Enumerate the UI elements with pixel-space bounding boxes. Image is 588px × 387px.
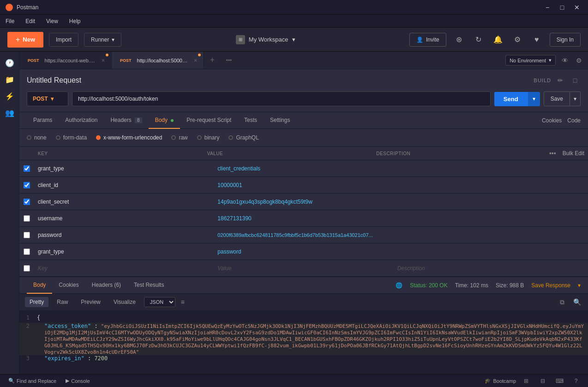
radio-graphql[interactable]: GraphQL: [228, 134, 258, 141]
invite-button[interactable]: 👤 Invite: [409, 33, 446, 47]
row4-key[interactable]: username: [34, 213, 214, 224]
row4-description[interactable]: [394, 217, 573, 220]
find-replace-button[interactable]: 🔍 Find and Replace: [6, 377, 59, 385]
new-button[interactable]: + New: [7, 32, 43, 48]
bell-icon-button[interactable]: 🔔: [492, 33, 504, 46]
save-response-button[interactable]: Save Response: [531, 282, 570, 289]
save-button[interactable]: Save: [544, 91, 570, 106]
row5-checkbox[interactable]: [24, 232, 30, 238]
radio-none[interactable]: none: [27, 134, 47, 141]
env-eye-button[interactable]: 👁: [559, 55, 570, 66]
format-tab-visualize[interactable]: Visualize: [109, 297, 140, 307]
radio-urlencoded[interactable]: x-www-form-urlencoded: [96, 134, 162, 141]
bulk-edit-link[interactable]: Bulk Edit: [563, 150, 584, 157]
placeholder-value[interactable]: Value: [214, 263, 393, 273]
row6-value[interactable]: password: [214, 247, 393, 257]
maximize-button[interactable]: □: [557, 2, 568, 13]
method-selector[interactable]: POST ▾: [27, 91, 68, 106]
row3-key[interactable]: client_secret: [34, 197, 214, 207]
row1-value[interactable]: client_credentials: [214, 163, 393, 174]
signin-button[interactable]: Sign In: [550, 33, 581, 47]
save-dropdown-button[interactable]: ▾: [570, 91, 581, 106]
layout-icon-button-1[interactable]: ⊞: [520, 375, 533, 387]
row1-checkbox[interactable]: [24, 165, 30, 172]
radio-binary[interactable]: binary: [197, 134, 220, 141]
table-more-button[interactable]: •••: [546, 149, 559, 158]
row2-key[interactable]: client_id: [34, 180, 214, 190]
menu-file[interactable]: File: [4, 17, 16, 25]
res-tab-cookies[interactable]: Cookies: [52, 277, 85, 294]
runner-button[interactable]: Runner ▾: [84, 33, 121, 47]
sidebar-item-collections[interactable]: 📁: [2, 72, 17, 87]
req-tab-pre-request[interactable]: Pre-request Script: [180, 112, 238, 129]
tab-0-close[interactable]: ×: [102, 57, 105, 64]
collapse-icon-button[interactable]: □: [570, 75, 581, 86]
row5-description[interactable]: [394, 233, 573, 237]
tab-1-close[interactable]: ×: [194, 57, 197, 64]
minimize-button[interactable]: −: [542, 2, 553, 13]
row1-key[interactable]: grant_type: [34, 163, 214, 174]
menu-edit[interactable]: Edit: [24, 17, 37, 25]
edit-icon-button[interactable]: ✏: [555, 75, 566, 86]
keyboard-icon-button[interactable]: ⌨: [553, 375, 566, 387]
row6-key[interactable]: grant_type: [34, 247, 214, 257]
satellite-icon-button[interactable]: ⊛: [453, 33, 466, 46]
format-tab-preview[interactable]: Preview: [76, 297, 105, 307]
env-dropdown[interactable]: No Environment ▾: [505, 55, 556, 66]
console-button[interactable]: ▶ Console: [63, 377, 92, 385]
copy-json-button[interactable]: ⧉: [557, 296, 568, 308]
row4-checkbox[interactable]: [24, 215, 30, 222]
url-input[interactable]: [72, 91, 491, 106]
row6-checkbox[interactable]: [24, 248, 30, 255]
search-json-button[interactable]: 🔍: [571, 296, 582, 308]
row2-checkbox[interactable]: [24, 182, 30, 188]
req-tab-settings[interactable]: Settings: [264, 112, 296, 129]
send-button[interactable]: Send: [494, 92, 528, 106]
send-dropdown-button[interactable]: ▾: [528, 92, 540, 106]
placeholder-key[interactable]: Key: [34, 263, 214, 273]
row3-value[interactable]: 14p9ao1gxu4q3sp8ogk8bq4gkct59t9w: [214, 197, 393, 207]
req-tab-body[interactable]: Body: [149, 112, 180, 129]
row4-value[interactable]: 18627131390: [214, 213, 393, 224]
import-button[interactable]: Import: [49, 33, 78, 47]
tab-add-button[interactable]: +: [204, 52, 221, 69]
req-tab-headers[interactable]: Headers 8: [104, 112, 148, 129]
env-settings-button[interactable]: ⚙: [573, 55, 584, 66]
row6-description[interactable]: [394, 250, 573, 254]
heart-icon-button[interactable]: ♥: [530, 33, 543, 46]
row3-description[interactable]: [394, 200, 573, 204]
bootcamp-button[interactable]: 🎓 Bootcamp: [485, 378, 516, 384]
tab-0[interactable]: POST https://account-web.suuyuu.c... ×: [19, 52, 112, 69]
placeholder-checkbox[interactable]: [24, 265, 30, 272]
cookies-link[interactable]: Cookies: [542, 117, 562, 124]
res-tab-body[interactable]: Body: [27, 277, 52, 294]
res-tab-headers[interactable]: Headers (6): [85, 277, 127, 294]
sidebar-item-team[interactable]: 👥: [2, 105, 17, 120]
settings-icon-button[interactable]: ⚙: [511, 33, 524, 46]
menu-help[interactable]: Help: [67, 17, 83, 25]
radio-raw[interactable]: raw: [171, 134, 187, 141]
row5-key[interactable]: password: [34, 230, 214, 240]
menu-view[interactable]: View: [44, 17, 60, 25]
json-sort-icon[interactable]: ≡: [181, 298, 185, 306]
format-tab-pretty[interactable]: Pretty: [25, 297, 48, 307]
row3-checkbox[interactable]: [24, 199, 30, 205]
close-button[interactable]: ✕: [571, 2, 582, 13]
tab-more-button[interactable]: •••: [221, 52, 237, 69]
layout-icon-button-2[interactable]: ⊟: [536, 375, 549, 387]
row1-description[interactable]: [394, 167, 573, 170]
json-format-selector[interactable]: JSON: [144, 297, 175, 307]
radio-form-data[interactable]: form-data: [56, 134, 87, 141]
tab-1[interactable]: POST http://localhost:5000/oauth/to... ×: [112, 52, 204, 69]
placeholder-description[interactable]: Description: [394, 263, 573, 273]
req-tab-params[interactable]: Params: [27, 112, 59, 129]
help-icon-button[interactable]: ?: [570, 375, 582, 387]
row2-description[interactable]: [394, 183, 573, 187]
sidebar-item-api[interactable]: ⚡: [2, 89, 17, 103]
code-link[interactable]: Code: [567, 117, 581, 124]
sidebar-item-history[interactable]: 🕐: [2, 55, 17, 70]
req-tab-authorization[interactable]: Authorization: [59, 112, 104, 129]
workspace-button[interactable]: ⊞ My Workspace ▾: [236, 35, 295, 44]
row2-value[interactable]: 10000001: [214, 180, 393, 190]
refresh-icon-button[interactable]: ↻: [472, 33, 485, 46]
